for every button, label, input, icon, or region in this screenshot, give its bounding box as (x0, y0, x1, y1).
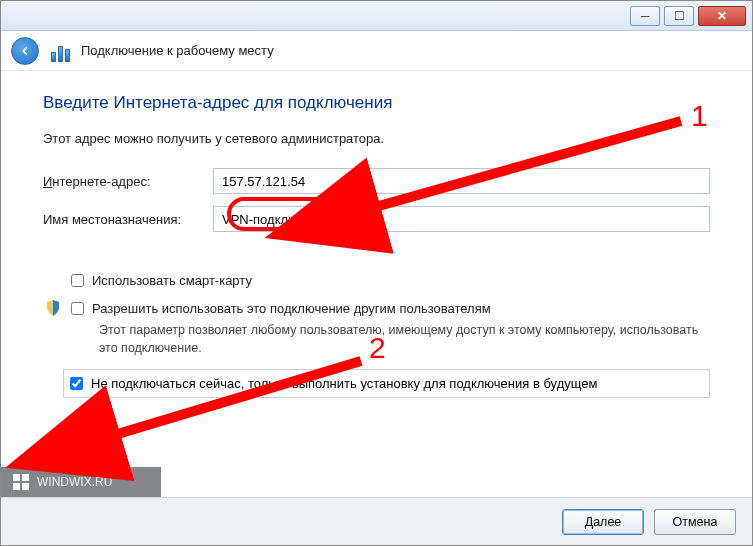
smartcard-label: Использовать смарт-карту (92, 272, 252, 290)
cancel-button[interactable]: Отмена (654, 509, 736, 535)
destination-label: Имя местоназначения: (43, 212, 213, 227)
footer: Далее Отмена (1, 497, 752, 545)
allow-others-description: Этот параметр позволяет любому пользоват… (99, 322, 710, 357)
watermark-text: WINDWIX.RU (37, 475, 112, 489)
address-input[interactable] (213, 168, 710, 194)
allow-others-label: Разрешить использовать это подключение д… (92, 300, 491, 318)
arrow-left-icon (18, 44, 32, 58)
defer-option: Не подключаться сейчас, только выполнить… (63, 369, 710, 398)
windows-logo-icon (13, 474, 29, 490)
shield-icon (45, 300, 61, 316)
svg-rect-0 (13, 474, 20, 481)
page-subtext: Этот адрес можно получить у сетевого адм… (43, 131, 710, 146)
allow-others-checkbox[interactable] (71, 302, 84, 315)
address-row: Интернете-адрес: (43, 168, 710, 194)
next-button[interactable]: Далее (562, 509, 644, 535)
defer-label: Не подключаться сейчас, только выполнить… (91, 376, 597, 391)
wizard-header: Подключение к рабочему месту (1, 31, 752, 71)
minimize-button[interactable]: ─ (630, 6, 660, 26)
smartcard-option: Использовать смарт-карту (43, 272, 710, 290)
titlebar: ─ ☐ ✕ (1, 1, 752, 31)
defer-checkbox[interactable] (70, 377, 83, 390)
connection-icon (49, 40, 71, 62)
svg-rect-2 (13, 483, 20, 490)
svg-rect-3 (22, 483, 29, 490)
address-label: Интернете-адрес: (43, 174, 213, 189)
content-area: Введите Интернета-адрес для подключения … (1, 71, 752, 481)
wizard-title: Подключение к рабочему месту (81, 43, 274, 58)
smartcard-checkbox[interactable] (71, 274, 84, 287)
allow-others-option: Разрешить использовать это подключение д… (43, 300, 710, 318)
page-heading: Введите Интернета-адрес для подключения (43, 93, 710, 113)
watermark: WINDWIX.RU (1, 467, 161, 497)
close-button[interactable]: ✕ (698, 6, 746, 26)
svg-rect-1 (22, 474, 29, 481)
destination-row: Имя местоназначения: (43, 206, 710, 232)
back-button[interactable] (11, 37, 39, 65)
destination-input[interactable] (213, 206, 710, 232)
maximize-button[interactable]: ☐ (664, 6, 694, 26)
